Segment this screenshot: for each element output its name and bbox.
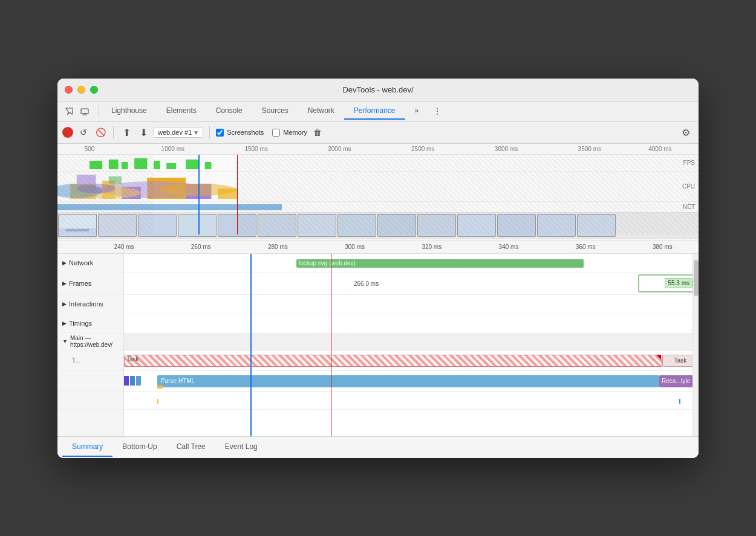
task-bar-label-right: Task xyxy=(674,357,687,364)
screenshot-thumb[interactable] xyxy=(98,214,137,237)
screenshots-checkbox-wrap: Screenshots xyxy=(216,129,264,137)
record-button[interactable] xyxy=(62,127,73,138)
vertical-scrollbar[interactable] xyxy=(692,254,699,436)
screenshot-thumb[interactable] xyxy=(258,214,296,237)
task-row-label: T... xyxy=(57,350,123,371)
tab-performance[interactable]: Performance xyxy=(344,103,405,120)
close-button[interactable] xyxy=(65,86,73,94)
mini-yellow-bar xyxy=(157,386,163,389)
screenshot-thumb[interactable] xyxy=(417,214,456,237)
expand-network-icon[interactable]: ▶ xyxy=(62,260,67,266)
more-tabs-icon[interactable]: ⋮ xyxy=(431,105,444,118)
task-bar-label-left: Task xyxy=(126,356,139,363)
ruler-tick: 2500 ms xyxy=(411,146,434,152)
screenshot-thumb[interactable] xyxy=(218,214,256,237)
tab-elements[interactable]: Elements xyxy=(157,103,206,120)
delete-profile-button[interactable]: 🗑 xyxy=(311,126,324,139)
tab-event-log[interactable]: Event Log xyxy=(215,438,267,457)
cpu-label: CPU xyxy=(682,183,695,190)
maximize-button[interactable] xyxy=(90,86,98,94)
minimize-button[interactable] xyxy=(77,86,85,94)
separator xyxy=(209,126,210,138)
svg-rect-3 xyxy=(109,160,119,169)
track-labels: ▶ Network ▶ Frames ▶ Interactions ▶ Timi… xyxy=(57,254,124,436)
timings-label: Timings xyxy=(69,320,92,327)
network-track-label: ▶ Network xyxy=(57,254,123,273)
record-toolbar: ↺ 🚫 ⬆ ⬇ web.dev #1 ▼ Screenshots Memory … xyxy=(57,122,699,144)
tab-lighthouse[interactable]: Lighthouse xyxy=(102,103,157,120)
screenshot-thumb[interactable] xyxy=(577,214,616,237)
separator xyxy=(99,105,99,117)
window-title: DevTools - web.dev/ xyxy=(342,85,413,94)
ruler-tick: 500 xyxy=(85,146,95,152)
tab-bottom-up[interactable]: Bottom-Up xyxy=(112,438,166,457)
memory-checkbox[interactable] xyxy=(272,129,280,137)
screenshots-checkbox[interactable] xyxy=(216,129,224,137)
screenshot-thumb[interactable] xyxy=(457,214,496,237)
screenshots-label: Screenshots xyxy=(227,129,264,136)
reload-button[interactable]: ↺ xyxy=(77,126,90,139)
screenshot-thumb[interactable] xyxy=(178,214,217,237)
scrollbar-thumb[interactable] xyxy=(694,260,699,296)
device-toolbar-icon[interactable] xyxy=(78,105,91,118)
screenshots-strip xyxy=(57,213,699,239)
inspect-icon[interactable] xyxy=(62,105,76,118)
ruler-tick: 240 ms xyxy=(114,244,134,250)
extra-track-row xyxy=(124,392,699,410)
ruler-tick: 320 ms xyxy=(422,244,442,250)
cpu-track: CPU xyxy=(57,172,699,202)
ruler-tick: 380 ms xyxy=(653,244,673,250)
tab-console[interactable]: Console xyxy=(206,103,252,120)
svg-rect-17 xyxy=(109,176,122,184)
timings-track-label: ▶ Timings xyxy=(57,314,123,334)
ruler-tick: 4000 ms xyxy=(648,146,671,152)
overview-ruler: 500 1000 ms 1500 ms 2000 ms 2500 ms 3000… xyxy=(57,144,699,155)
selector-dropdown[interactable]: web.dev #1 ▼ xyxy=(154,127,203,138)
traffic-lights xyxy=(65,86,98,94)
screenshot-thumb[interactable] xyxy=(537,214,576,237)
svg-rect-9 xyxy=(205,162,212,169)
download-button[interactable]: ⬇ xyxy=(137,126,150,139)
ruler-tick: 1000 ms xyxy=(161,146,184,152)
screenshot-thumb[interactable] xyxy=(497,214,536,237)
expand-frames-icon[interactable]: ▶ xyxy=(62,280,67,286)
timings-track-row xyxy=(124,314,699,334)
tab-more[interactable]: » xyxy=(405,103,429,120)
overview-area: 500 1000 ms 1500 ms 2000 ms 2500 ms 3000… xyxy=(57,144,699,241)
svg-point-20 xyxy=(160,184,237,196)
extra-row-label xyxy=(57,392,123,410)
ruler-tick: 1500 ms xyxy=(244,146,267,152)
frames-track-row: 266.0 ms 55.3 ms xyxy=(124,273,699,295)
screenshot-thumb[interactable] xyxy=(337,214,376,237)
tab-call-tree[interactable]: Call Tree xyxy=(167,438,215,457)
main-label: Main — https://web.dev/ xyxy=(70,335,119,348)
screenshot-thumb[interactable] xyxy=(298,214,336,237)
screenshot-thumb[interactable] xyxy=(138,214,177,237)
collapse-main-icon[interactable]: ▼ xyxy=(62,338,68,344)
frames-label: Frames xyxy=(69,280,91,287)
svg-rect-8 xyxy=(186,160,198,169)
svg-point-22 xyxy=(77,184,116,193)
expand-timings-icon[interactable]: ▶ xyxy=(62,320,67,326)
selector-value: web.dev #1 xyxy=(158,129,192,136)
network-label: Network xyxy=(69,259,93,266)
settings-button[interactable]: ⚙ xyxy=(678,124,694,140)
main-panel: 240 ms 260 ms 280 ms 300 ms 320 ms 340 m… xyxy=(57,241,699,458)
expand-interactions-icon[interactable]: ▶ xyxy=(62,301,67,307)
tab-network[interactable]: Network xyxy=(298,103,344,120)
recalc-label: Reca...tyle xyxy=(662,378,690,384)
parse-html-bar[interactable]: Parse HTML xyxy=(157,375,659,387)
network-bar[interactable]: lockup.svg (web.dev) xyxy=(296,259,584,268)
tab-summary[interactable]: Summary xyxy=(62,438,112,457)
long-task-bar[interactable]: Task xyxy=(124,355,662,367)
ruler-tick: 2000 ms xyxy=(328,146,351,152)
screenshot-thumb[interactable] xyxy=(377,214,416,237)
parse-track-row[interactable]: Parse HTML Reca...tyle xyxy=(124,371,699,392)
tiny-blue xyxy=(679,399,680,404)
clear-button[interactable]: 🚫 xyxy=(94,126,107,139)
dropdown-arrow-icon: ▼ xyxy=(193,129,199,136)
screenshot-thumb[interactable] xyxy=(58,214,97,237)
task-track-row[interactable]: Task Task xyxy=(124,350,699,371)
upload-button[interactable]: ⬆ xyxy=(120,126,133,139)
tab-sources[interactable]: Sources xyxy=(252,103,298,120)
